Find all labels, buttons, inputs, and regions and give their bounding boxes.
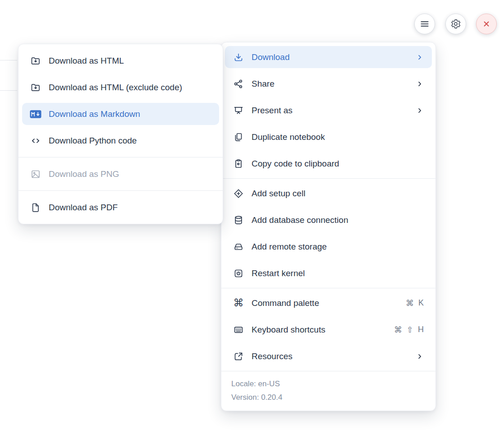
menu-item-copy-code[interactable]: Copy code to clipboard [225, 153, 432, 175]
close-button[interactable] [476, 14, 497, 34]
submenu-section-image: Download as PNG [18, 157, 223, 190]
menu-item-download-png[interactable]: Download as PNG [22, 163, 219, 185]
menu-item-add-setup-cell[interactable]: Add setup cell [225, 182, 432, 204]
clipboard-arrow-icon [233, 158, 244, 170]
menu-item-label: Add remote storage [252, 242, 424, 252]
submenu-section-pdf: Download as PDF [18, 191, 223, 224]
menu-item-label: Download as HTML (exclude code) [49, 83, 211, 92]
menu-item-restart-kernel[interactable]: Restart kernel [225, 262, 432, 284]
folder-download-icon [30, 55, 41, 67]
storage-drive-icon [233, 241, 244, 253]
settings-button[interactable] [445, 14, 466, 34]
menu-item-download-pdf[interactable]: Download as PDF [22, 196, 219, 218]
menu-item-label: Command palette [252, 298, 406, 308]
menu-item-present-as[interactable]: Present as [225, 99, 432, 121]
menu-section-actions: Download Share [221, 42, 435, 178]
folder-download-icon [30, 82, 41, 93]
menu-item-duplicate-notebook[interactable]: Duplicate notebook [225, 126, 432, 148]
presentation-icon [233, 105, 244, 116]
chevron-right-icon [416, 352, 424, 361]
menu-item-add-remote-storage[interactable]: Add remote storage [225, 236, 432, 258]
power-square-icon [233, 268, 244, 279]
chevron-right-icon [416, 80, 424, 88]
menu-item-label: Download as HTML [49, 56, 211, 66]
locale-text: Locale: en-US [231, 377, 426, 391]
command-key-icon: ⌘ [233, 297, 244, 309]
menu-item-download-html-no-code[interactable]: Download as HTML (exclude code) [22, 76, 219, 98]
hamburger-menu-button[interactable] [414, 14, 435, 34]
close-x-icon [481, 18, 492, 29]
menu-item-resources[interactable]: Resources [225, 345, 432, 367]
submenu-section-documents: Download as HTML Download as HTML (exclu… [18, 44, 223, 157]
menu-item-label: Duplicate notebook [252, 132, 424, 142]
menu-item-label: Download Python code [49, 136, 211, 146]
menu-item-label: Add database connection [252, 215, 424, 225]
menu-item-share[interactable]: Share [225, 73, 432, 95]
menu-item-label: Download as PDF [49, 203, 211, 213]
version-text: Version: 0.20.4 [231, 391, 426, 404]
chevron-right-icon [416, 106, 424, 115]
external-link-icon [233, 351, 244, 362]
menu-item-label: Present as [252, 106, 410, 116]
duplicate-pages-icon [233, 131, 244, 143]
menu-item-label: Copy code to clipboard [252, 159, 424, 169]
menu-item-label: Resources [252, 352, 410, 361]
menu-item-label: Download as PNG [49, 169, 211, 179]
diamond-plus-icon [233, 188, 244, 199]
page-background-line [0, 60, 17, 60]
shortcut-hint: ⌘⇧H [394, 325, 424, 335]
download-tray-icon [233, 51, 244, 63]
menu-footer: Locale: en-US Version: 0.20.4 [221, 371, 435, 411]
menu-item-label: Add setup cell [252, 189, 424, 199]
menu-item-download-html[interactable]: Download as HTML [22, 50, 219, 72]
image-icon [30, 168, 41, 180]
page-background-line [0, 90, 17, 91]
download-submenu: Download as HTML Download as HTML (exclu… [18, 44, 223, 224]
gear-icon [450, 18, 461, 29]
menu-item-download-markdown[interactable]: Download as Markdown [22, 103, 219, 125]
menu-item-label: Keyboard shortcuts [252, 325, 394, 335]
menu-section-notebook: Add setup cell Add database connection [221, 179, 435, 288]
menu-item-label: Download [252, 52, 410, 62]
menu-item-download-python[interactable]: Download Python code [22, 130, 219, 152]
menu-item-label: Share [252, 79, 410, 89]
code-brackets-icon [30, 135, 41, 147]
menu-item-label: Download as Markdown [49, 109, 211, 119]
markdown-badge-icon [30, 108, 41, 120]
menu-item-download[interactable]: Download [225, 46, 432, 68]
menu-item-add-database[interactable]: Add database connection [225, 209, 432, 231]
notebook-menu: Download Share [221, 42, 436, 411]
database-icon [233, 214, 244, 226]
share-nodes-icon [233, 78, 244, 90]
chevron-right-icon [416, 53, 424, 61]
menu-item-label: Restart kernel [252, 268, 424, 278]
menu-section-help: ⌘ Command palette ⌘K Keyboard shortcuts … [221, 288, 435, 371]
menu-item-keyboard-shortcuts[interactable]: Keyboard shortcuts ⌘⇧H [225, 319, 432, 341]
keyboard-icon [233, 324, 244, 336]
hamburger-icon [419, 18, 430, 29]
file-icon [30, 202, 41, 213]
menu-item-command-palette[interactable]: ⌘ Command palette ⌘K [225, 292, 432, 314]
shortcut-hint: ⌘K [406, 298, 424, 308]
